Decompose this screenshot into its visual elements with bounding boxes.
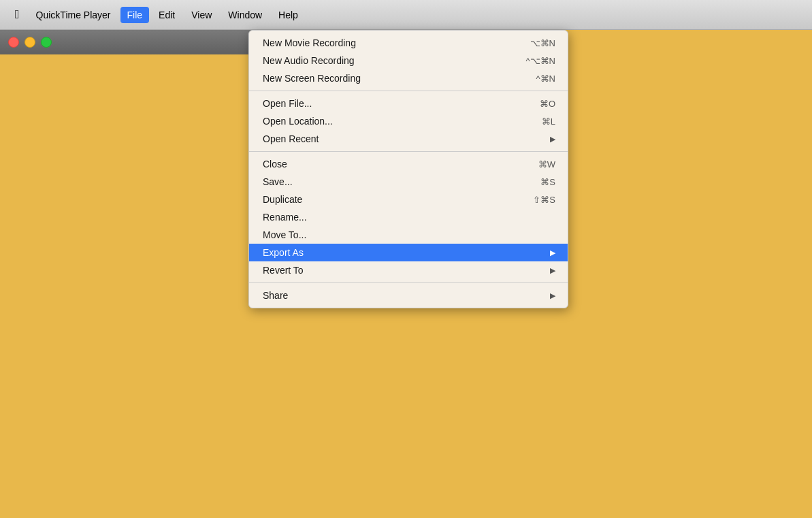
menu-item-close-label: Close bbox=[263, 159, 287, 169]
menu-item-rename-label: Rename... bbox=[263, 212, 307, 223]
apple-menu[interactable]:  bbox=[8, 7, 27, 22]
menubar-file[interactable]: File bbox=[120, 7, 150, 23]
close-button[interactable] bbox=[8, 37, 19, 48]
menu-item-export-as[interactable]: Export As ▶ bbox=[249, 244, 568, 261]
menubar:  QuickTime Player File Edit View Window… bbox=[0, 0, 812, 30]
separator-2 bbox=[249, 151, 568, 152]
separator-3 bbox=[249, 282, 568, 283]
menu-item-save-label: Save... bbox=[263, 176, 293, 187]
separator-1 bbox=[249, 91, 568, 91]
menu-item-open-location-label: Open Location... bbox=[263, 116, 333, 127]
menu-item-new-screen-shortcut: ^⌘N bbox=[536, 74, 556, 84]
menu-item-share[interactable]: Share ▶ bbox=[249, 287, 568, 304]
share-arrow-icon: ▶ bbox=[550, 291, 555, 300]
menu-item-close-shortcut: ⌘W bbox=[538, 159, 555, 169]
menu-item-close[interactable]: Close ⌘W bbox=[249, 155, 568, 173]
open-recent-arrow-icon: ▶ bbox=[550, 135, 555, 144]
menu-item-export-as-label: Export As bbox=[263, 247, 304, 258]
menu-item-share-label: Share bbox=[263, 290, 288, 301]
maximize-button[interactable] bbox=[41, 37, 52, 48]
menu-item-rename[interactable]: Rename... bbox=[249, 208, 568, 226]
menu-item-open-file-label: Open File... bbox=[263, 98, 312, 109]
menu-item-open-recent[interactable]: Open Recent ▶ bbox=[249, 130, 568, 148]
menu-item-new-audio[interactable]: New Audio Recording ^⌥⌘N bbox=[249, 52, 568, 69]
menu-item-new-movie-label: New Movie Recording bbox=[263, 37, 356, 48]
menu-item-new-screen[interactable]: New Screen Recording ^⌘N bbox=[249, 69, 568, 87]
menubar-help[interactable]: Help bbox=[272, 7, 305, 23]
menu-item-new-screen-label: New Screen Recording bbox=[263, 73, 361, 84]
menu-item-revert-to-label: Revert To bbox=[263, 265, 304, 276]
menu-item-move-to[interactable]: Move To... bbox=[249, 226, 568, 244]
export-as-arrow-icon: ▶ bbox=[550, 248, 555, 257]
menu-item-new-audio-label: New Audio Recording bbox=[263, 55, 355, 66]
menu-item-open-recent-label: Open Recent bbox=[263, 133, 319, 144]
window-controls bbox=[8, 37, 52, 48]
menu-item-save-shortcut: ⌘S bbox=[540, 177, 555, 187]
menu-item-save[interactable]: Save... ⌘S bbox=[249, 173, 568, 191]
menu-item-duplicate[interactable]: Duplicate ⇧⌘S bbox=[249, 191, 568, 208]
menu-item-open-location-shortcut: ⌘L bbox=[542, 116, 555, 127]
menubar-quicktime[interactable]: QuickTime Player bbox=[29, 7, 118, 23]
menu-item-revert-to[interactable]: Revert To ▶ bbox=[249, 261, 568, 279]
menubar-view[interactable]: View bbox=[184, 7, 218, 23]
menu-item-open-location[interactable]: Open Location... ⌘L bbox=[249, 112, 568, 130]
menu-item-new-audio-shortcut: ^⌥⌘N bbox=[526, 56, 556, 66]
menu-item-duplicate-shortcut: ⇧⌘S bbox=[533, 195, 555, 205]
menu-item-move-to-label: Move To... bbox=[263, 229, 306, 240]
menu-item-open-file[interactable]: Open File... ⌘O bbox=[249, 95, 568, 112]
menu-item-open-file-shortcut: ⌘O bbox=[540, 99, 555, 109]
menu-item-new-movie[interactable]: New Movie Recording ⌥⌘N bbox=[249, 34, 568, 52]
menubar-edit[interactable]: Edit bbox=[152, 7, 182, 23]
minimize-button[interactable] bbox=[25, 37, 35, 48]
menu-item-duplicate-label: Duplicate bbox=[263, 194, 302, 205]
file-menu: New Movie Recording ⌥⌘N New Audio Record… bbox=[248, 30, 568, 308]
menu-item-new-movie-shortcut: ⌥⌘N bbox=[530, 38, 555, 48]
revert-to-arrow-icon: ▶ bbox=[550, 266, 555, 275]
menubar-window[interactable]: Window bbox=[221, 7, 269, 23]
